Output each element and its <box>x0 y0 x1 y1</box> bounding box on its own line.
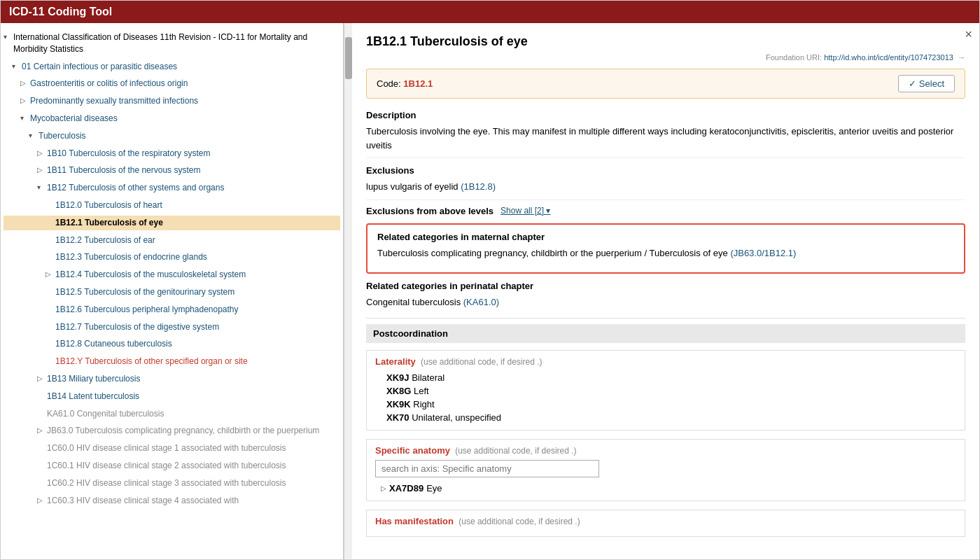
postcoord-section: Postcoordination Laterality (use additio… <box>366 318 965 537</box>
left-scrollbar[interactable] <box>344 23 352 559</box>
left-panel[interactable]: ▾ International Classification of Diseas… <box>1 23 344 559</box>
manifestation-group: Has manifestation (use additional code, … <box>366 510 965 537</box>
tree-label: 1B10 Tuberculosis of the respiratory sys… <box>47 148 210 160</box>
postcoord-header: Postcoordination <box>366 324 965 343</box>
tree-label: 1B13 Miliary tuberculosis <box>47 373 140 385</box>
tree-toggle: ▷ <box>46 270 55 279</box>
related-perinatal-title: Related categories in perinatal chapter <box>366 281 965 291</box>
tree-item[interactable]: 1B14 Latent tuberculosis <box>4 388 340 405</box>
tree-label: 1C60.3 HIV disease clinical stage 4 asso… <box>47 495 239 507</box>
show-all-link[interactable]: Show all [2] ▾ <box>500 206 550 216</box>
tree-item[interactable]: ▷ 1B10 Tuberculosis of the respiratory s… <box>4 145 340 162</box>
code-bar: Code: 1B12.1 ✓ Select <box>366 69 965 99</box>
tree-label: 1B14 Latent tuberculosis <box>47 391 139 402</box>
related-perinatal-code-link[interactable]: (KA61.0) <box>463 297 499 307</box>
scrollbar-thumb <box>345 37 352 79</box>
tree-toggle: ▷ <box>20 78 30 88</box>
tree-item[interactable]: 1B12.6 Tuberculous peripheral lymphadeno… <box>4 301 340 318</box>
select-button[interactable]: ✓ Select <box>898 75 955 92</box>
tree-item[interactable]: ▾ International Classification of Diseas… <box>4 29 340 58</box>
tree-label: Tuberculosis <box>38 130 86 142</box>
tree-item[interactable]: ▷ Gastroenteritis or colitis of infectio… <box>4 75 340 92</box>
laterality-item[interactable]: XK8G Left <box>375 384 956 398</box>
app-container: ICD-11 Coding Tool ▾ International Class… <box>0 0 980 560</box>
tree-toggle: ▾ <box>29 131 38 141</box>
tree-item[interactable]: 1C60.2 HIV disease clinical stage 3 asso… <box>4 475 340 492</box>
app-title: ICD-11 Coding Tool <box>9 6 112 18</box>
tree-label: 1B12.2 Tuberculosis of ear <box>55 234 155 246</box>
tree-toggle: ▷ <box>37 148 47 158</box>
tree-item[interactable]: ▷ JB63.0 Tuberculosis complicating pregn… <box>4 422 340 440</box>
anatomy-title: Specific anatomy (use additional code, i… <box>375 445 956 456</box>
anatomy-search-input[interactable] <box>375 460 599 477</box>
laterality-note: (use additional code, if desired .) <box>421 357 542 367</box>
tree-label: 1B12 Tuberculosis of other systems and o… <box>47 182 224 194</box>
related-maternal-box: Related categories in maternal chapter T… <box>366 223 965 274</box>
tree-label: 1B12.8 Cutaneous tuberculosis <box>55 338 172 350</box>
tree-label: Mycobacterial diseases <box>30 113 118 125</box>
manifestation-note: (use additional code, if desired .) <box>458 517 580 526</box>
tree-item[interactable]: 1B12.3 Tuberculosis of endocrine glands <box>4 248 340 266</box>
laterality-item[interactable]: XK70 Unilateral, unspecified <box>375 411 956 424</box>
tree-label: 1C60.1 HIV disease clinical stage 2 asso… <box>47 460 286 472</box>
exclusions-item: lupus vulgaris of eyelid <box>366 181 458 192</box>
tree-toggle: ▾ <box>4 32 13 42</box>
tree-toggle: ▷ <box>20 96 30 106</box>
tree-item[interactable]: 1B12.5 Tuberculosis of the genitourinary… <box>4 284 340 301</box>
tree-item[interactable]: 1C60.0 HIV disease clinical stage 1 asso… <box>4 440 340 457</box>
tree-item[interactable]: 1B12.7 Tuberculosis of the digestive sys… <box>4 318 340 336</box>
tree-item[interactable]: 1B12.0 Tuberculosis of heart <box>4 197 340 214</box>
laterality-group: Laterality (use additional code, if desi… <box>366 350 965 430</box>
close-button[interactable]: × <box>965 27 972 42</box>
code-label-text: Code: <box>377 78 401 89</box>
tree-label: 1B12.0 Tuberculosis of heart <box>55 200 162 211</box>
tree-item[interactable]: ▷ 1B11 Tuberculosis of the nervous syste… <box>4 162 340 179</box>
foundation-uri-row: Foundation URI: http://id.who.int/icd/en… <box>366 53 965 62</box>
anatomy-item[interactable]: ▷ XA7D89 Eye <box>375 482 956 495</box>
tree-label: Gastroenteritis or colitis of infectious… <box>30 78 188 90</box>
anatomy-items: ▷ XA7D89 Eye <box>375 482 956 495</box>
tree-item[interactable]: 1B12.1 Tuberculosis of eye <box>4 214 340 232</box>
tree-item[interactable]: ▷ Predominantly sexually transmitted inf… <box>4 92 340 110</box>
related-maternal-text: Tuberculosis complicating pregnancy, chi… <box>377 248 728 258</box>
tree-item[interactable]: ▷ 1B13 Miliary tuberculosis <box>4 370 340 388</box>
tree-label: 1B12.4 Tuberculosis of the musculoskelet… <box>55 269 246 281</box>
tree-item[interactable]: 1C60.1 HIV disease clinical stage 2 asso… <box>4 457 340 475</box>
laterality-title: Laterality (use additional code, if desi… <box>375 356 956 367</box>
tree-label: 1B11 Tuberculosis of the nervous system <box>47 164 200 176</box>
related-maternal-content: Tuberculosis complicating pregnancy, chi… <box>377 246 954 260</box>
foundation-uri-link[interactable]: http://id.who.int/icd/entity/1074723013 <box>824 53 953 62</box>
exclusions-title: Exclusions <box>366 165 965 176</box>
tree-label: 1B12.5 Tuberculosis of the genitourinary… <box>55 286 234 298</box>
related-perinatal-content: Congenital tuberculosis (KA61.0) <box>366 295 965 309</box>
tree-label: 1B12.3 Tuberculosis of endocrine glands <box>55 251 207 263</box>
tree-toggle: ▾ <box>12 62 22 71</box>
anatomy-group: Specific anatomy (use additional code, i… <box>366 439 965 501</box>
tree-item[interactable]: KA61.0 Congenital tuberculosis <box>4 405 340 423</box>
tree-item[interactable]: 1B12.Y Tuberculosis of other specified o… <box>4 353 340 370</box>
tree-label: 1B12.7 Tuberculosis of the digestive sys… <box>55 321 219 333</box>
tree-label: KA61.0 Congenital tuberculosis <box>47 408 164 420</box>
laterality-item[interactable]: XK9J Bilateral <box>375 371 956 384</box>
tree-item[interactable]: ▾ 01 Certain infectious or parasitic dis… <box>4 58 340 76</box>
tree-label: Predominantly sexually transmitted infec… <box>30 95 198 107</box>
tree-item[interactable]: ▾ Mycobacterial diseases <box>4 110 340 127</box>
related-maternal-code-link[interactable]: (JB63.0/1B12.1) <box>730 248 796 258</box>
right-panel[interactable]: × 1B12.1 Tuberculosis of eye Foundation … <box>352 23 979 559</box>
tree-label: 1B12.Y Tuberculosis of other specified o… <box>55 356 248 368</box>
tree-item[interactable]: ▾ 1B12 Tuberculosis of other systems and… <box>4 179 340 197</box>
tree-item[interactable]: 1B12.8 Cutaneous tuberculosis <box>4 335 340 353</box>
tree-item[interactable]: ▷ 1C60.3 HIV disease clinical stage 4 as… <box>4 492 340 510</box>
tree-label: International Classification of Diseases… <box>13 31 340 55</box>
tree-label: 1C60.2 HIV disease clinical stage 3 asso… <box>47 477 286 489</box>
tree-toggle: ▷ <box>37 496 47 505</box>
tree-item[interactable]: ▾ Tuberculosis <box>4 127 340 145</box>
tree-label: 1B12.1 Tuberculosis of eye <box>55 217 163 229</box>
exclusions-code-link[interactable]: (1B12.8) <box>461 181 496 192</box>
tree-toggle: ▷ <box>37 165 47 175</box>
tree-label: JB63.0 Tuberculosis complicating pregnan… <box>47 425 319 437</box>
tree-item[interactable]: 1B12.2 Tuberculosis of ear <box>4 232 340 249</box>
tree-item[interactable]: ▷ 1B12.4 Tuberculosis of the musculoskel… <box>4 266 340 284</box>
laterality-item[interactable]: XK9K Right <box>375 398 956 411</box>
tree-label: 1C60.0 HIV disease clinical stage 1 asso… <box>47 442 286 454</box>
